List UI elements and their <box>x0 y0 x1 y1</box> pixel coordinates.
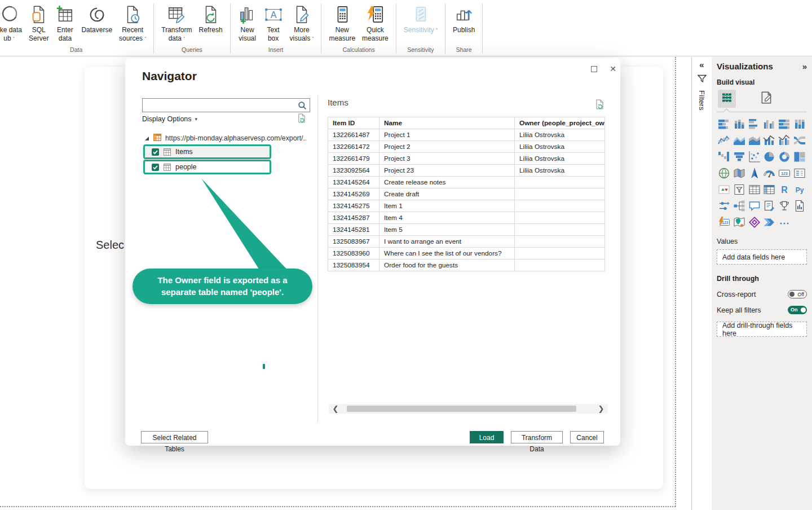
pie-chart-icon[interactable] <box>763 151 775 163</box>
search-icon[interactable] <box>298 101 307 112</box>
new-measure-button[interactable]: Newmeasure <box>325 2 359 42</box>
callout-text-line1: The Owner field is exported as a <box>133 274 312 286</box>
table-cell: Project 2 <box>379 141 515 153</box>
table-icon[interactable] <box>748 183 761 196</box>
values-field-well[interactable]: Add data fields here <box>717 249 807 265</box>
enter-data-button[interactable]: Enterdata <box>52 2 78 42</box>
line-chart-icon[interactable] <box>718 134 730 147</box>
table-cell: Liliia Ostrovska <box>515 129 605 141</box>
sql-server-button[interactable]: SQLServer <box>25 2 52 42</box>
drill-through-field-well[interactable]: Add drill-through fields here <box>717 322 807 337</box>
checkbox-checked-icon[interactable] <box>152 164 159 171</box>
card-icon[interactable]: 123 <box>778 167 791 179</box>
refresh-preview-icon[interactable] <box>595 99 604 112</box>
scrollbar-thumb[interactable] <box>347 406 576 412</box>
scroll-right-arrow-icon[interactable]: ❯ <box>594 404 608 414</box>
hundred-percent-stacked-bar-chart-icon[interactable] <box>778 118 791 130</box>
key-influencers-icon[interactable] <box>718 200 730 212</box>
select-related-tables-button[interactable]: Select Related Tables <box>141 431 208 443</box>
hundred-percent-stacked-column-chart-icon[interactable] <box>793 118 806 130</box>
ribbon-group-sensitivity: Sensitivity ˇSensitivity <box>398 0 444 56</box>
table-cell: 1325083960 <box>328 248 379 260</box>
close-button[interactable]: ✕ <box>607 63 619 75</box>
map-icon[interactable] <box>718 167 730 179</box>
scorecard-icon[interactable]: 123 <box>718 216 730 228</box>
refresh-tree-icon[interactable] <box>297 113 306 125</box>
make-data-hub-button[interactable]: ake dataub ˇ <box>0 2 25 43</box>
recent-sources-button[interactable]: Recentsources ˇ <box>116 2 149 43</box>
tree-item-people[interactable]: people <box>143 160 271 174</box>
ribbon-group-label: Queries <box>158 45 226 55</box>
horizontal-scrollbar[interactable]: ❮ ❯ <box>329 404 608 414</box>
transform-data-button[interactable]: Transformdata ˇ <box>158 2 195 43</box>
tree-item-items[interactable]: Items <box>143 144 271 159</box>
collapse-visualizations-chevron-icon[interactable]: » <box>802 62 807 71</box>
checkbox-checked-icon[interactable] <box>152 148 159 156</box>
funnel-chart-icon[interactable] <box>733 151 745 163</box>
refresh-button[interactable]: Refresh <box>196 2 226 34</box>
keep-all-filters-toggle[interactable]: On <box>788 306 807 314</box>
multi-row-card-icon[interactable] <box>793 167 806 179</box>
arcgis-map-icon[interactable] <box>733 216 745 228</box>
scatter-chart-icon[interactable] <box>748 151 761 163</box>
decomposition-tree-icon[interactable] <box>733 200 745 212</box>
load-button[interactable]: Load <box>470 431 504 443</box>
filled-map-icon[interactable] <box>733 167 745 179</box>
smart-narrative-icon[interactable] <box>763 200 775 212</box>
stacked-column-chart-icon[interactable] <box>733 118 745 130</box>
cancel-button[interactable]: Cancel <box>570 431 604 443</box>
matrix-icon[interactable] <box>763 183 775 196</box>
search-input[interactable] <box>143 99 310 112</box>
qna-icon[interactable] <box>748 200 761 212</box>
expand-filters-chevron-icon[interactable]: « <box>699 60 704 69</box>
publish-button[interactable]: Publish <box>449 2 478 34</box>
visual-gallery: 123RPy123 <box>717 118 807 228</box>
python-visual-icon[interactable]: Py <box>793 183 806 196</box>
web-source-table-icon <box>153 133 161 143</box>
ribbon-group-label: Calculations <box>325 45 391 55</box>
tree-item-label: Items <box>175 148 193 156</box>
quick-measure-button[interactable]: Quickmeasure <box>359 2 392 42</box>
tab-format-visual[interactable] <box>758 91 774 107</box>
ribbon-item-label: Textbox <box>267 26 280 42</box>
transform-data-button[interactable]: Transform Data <box>511 431 563 443</box>
slicer-icon[interactable] <box>733 183 745 196</box>
new-visual-button[interactable]: Newvisual <box>235 2 261 42</box>
source-tree-node[interactable]: https://pbi-monday.alphaservesp.com/expo… <box>144 133 314 143</box>
treemap-icon[interactable] <box>793 151 806 163</box>
stacked-bar-chart-icon[interactable] <box>718 118 730 130</box>
table-cell: 1324145281 <box>328 224 379 236</box>
dialog-title: Navigator <box>142 69 197 83</box>
clustered-column-chart-icon[interactable] <box>763 118 775 130</box>
dataverse-button[interactable]: Dataverse <box>78 2 116 34</box>
sensitivity-button[interactable]: Sensitivity ˇ <box>400 2 441 35</box>
line-and-stacked-column-chart-icon[interactable] <box>763 134 775 147</box>
r-script-visual-icon[interactable]: R <box>778 183 791 196</box>
more-visuals-button[interactable]: Morevisuals ˇ <box>286 2 317 43</box>
more-visuals-icon[interactable] <box>778 216 791 228</box>
maximize-button[interactable] <box>588 63 600 75</box>
ribbon-chart-icon[interactable] <box>793 134 806 147</box>
clustered-bar-chart-icon[interactable] <box>748 118 761 130</box>
line-and-clustered-column-chart-icon[interactable] <box>778 134 791 147</box>
stacked-area-chart-icon[interactable] <box>748 134 761 147</box>
paginated-report-icon[interactable] <box>793 200 806 212</box>
scroll-left-arrow-icon[interactable]: ❮ <box>329 404 342 414</box>
tree-expand-caret-icon[interactable] <box>144 133 149 143</box>
ribbon-separator <box>153 3 154 54</box>
area-chart-icon[interactable] <box>733 134 745 147</box>
waterfall-chart-icon[interactable] <box>718 151 730 163</box>
filters-pane-label[interactable]: Filters <box>698 90 706 110</box>
tab-build-visual[interactable] <box>718 90 736 108</box>
cross-report-toggle[interactable]: Off <box>788 290 807 298</box>
power-apps-icon[interactable] <box>748 216 761 228</box>
kpi-icon[interactable] <box>718 183 730 196</box>
metrics-icon[interactable] <box>778 200 791 212</box>
display-options-dropdown[interactable]: Display Options <box>142 115 192 123</box>
power-automate-icon[interactable] <box>763 216 775 228</box>
text-box-button[interactable]: ATextbox <box>261 2 286 42</box>
table-row: 1324145264Create release notes <box>328 177 605 188</box>
azure-map-icon[interactable] <box>748 167 761 179</box>
gauge-icon[interactable] <box>763 167 775 179</box>
donut-chart-icon[interactable] <box>778 151 791 163</box>
